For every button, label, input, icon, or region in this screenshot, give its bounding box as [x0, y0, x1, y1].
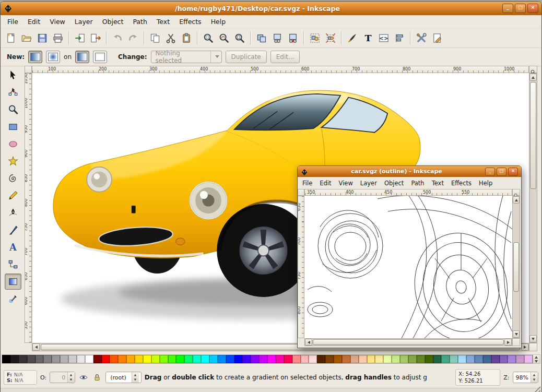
node-tool[interactable] — [5, 84, 21, 100]
menu-layer[interactable]: Layer — [357, 178, 381, 188]
palette-swatch[interactable] — [160, 355, 168, 363]
palette-swatch[interactable] — [126, 355, 135, 363]
palette-swatch[interactable] — [367, 355, 375, 363]
selector-tool[interactable] — [5, 67, 21, 83]
palette-swatch[interactable] — [77, 355, 85, 363]
palette-swatch[interactable] — [60, 355, 68, 363]
gradient-stroke-button[interactable] — [93, 51, 107, 63]
outline-canvas[interactable] — [304, 196, 512, 338]
minimize-button[interactable]: _ — [485, 168, 495, 176]
palette-swatch[interactable] — [143, 355, 151, 363]
cut-button[interactable] — [163, 30, 179, 46]
palette-swatch[interactable] — [201, 355, 209, 363]
palette-swatch[interactable] — [516, 355, 524, 363]
duplicate-button[interactable] — [254, 30, 269, 46]
palette-swatch[interactable] — [226, 355, 234, 363]
pen-tool[interactable] — [5, 205, 21, 221]
menu-view[interactable]: View — [45, 16, 70, 28]
fill-stroke-button[interactable] — [345, 30, 360, 46]
scrollbar-thumb[interactable] — [313, 339, 504, 345]
zoom-tool[interactable] — [5, 101, 21, 117]
undo-button[interactable] — [110, 30, 125, 46]
palette-swatch[interactable] — [242, 355, 251, 363]
save-button[interactable] — [34, 30, 50, 46]
vertical-scrollbar-thumb[interactable] — [530, 82, 536, 189]
menu-layer[interactable]: Layer — [70, 16, 98, 28]
opacity-spinbox[interactable]: 0 — [50, 372, 75, 383]
palette-swatch[interactable] — [466, 355, 475, 363]
scroll-up-button[interactable] — [513, 196, 520, 204]
palette-swatch[interactable] — [118, 355, 126, 363]
print-button[interactable] — [50, 30, 66, 46]
palette-swatch[interactable] — [52, 355, 60, 363]
palette-swatch[interactable] — [93, 355, 102, 363]
palette-swatch[interactable] — [392, 355, 400, 363]
child-horizontal-ruler[interactable]: 350400450500550 — [304, 189, 512, 196]
titlebar[interactable]: /home/rugby471/Desktop/car.svgz - Inksca… — [1, 2, 541, 15]
menu-edit[interactable]: Edit — [316, 178, 335, 188]
palette-swatch[interactable] — [276, 355, 284, 363]
redo-button[interactable] — [125, 30, 141, 46]
calligraphy-tool[interactable] — [5, 222, 21, 238]
palette-swatch[interactable] — [508, 355, 516, 363]
menu-text[interactable]: Text — [428, 178, 447, 188]
close-button[interactable]: × — [527, 4, 538, 13]
palette-swatch[interactable] — [441, 355, 450, 363]
vertical-ruler[interactable]: 10501000950900850800750700650600550 — [25, 73, 32, 343]
layer-lock-button[interactable] — [92, 372, 102, 383]
connector-tool[interactable] — [5, 256, 21, 272]
close-button[interactable]: × — [508, 168, 518, 176]
star-tool[interactable] — [5, 153, 21, 169]
maximize-button[interactable]: □ — [497, 168, 506, 176]
child-titlebar[interactable]: car.svgz (outline) - Inkscape _□× — [298, 166, 521, 177]
child-vertical-scrollbar[interactable] — [512, 196, 520, 338]
scroll-down-button[interactable] — [529, 335, 537, 342]
spinner-arrows[interactable] — [531, 372, 538, 383]
palette-swatch[interactable] — [475, 355, 483, 363]
palette-swatch[interactable] — [209, 355, 218, 363]
text-dialog-button[interactable]: T — [360, 30, 376, 46]
maximize-button[interactable]: □ — [515, 4, 526, 13]
palette-swatch[interactable] — [309, 355, 317, 363]
menu-object[interactable]: Object — [98, 16, 128, 28]
palette-scroll[interactable] — [533, 355, 540, 363]
scroll-down-button[interactable] — [513, 330, 520, 338]
align-button[interactable] — [392, 30, 407, 46]
spinner-arrows[interactable] — [67, 372, 75, 383]
menu-object[interactable]: Object — [381, 178, 407, 188]
palette-swatch[interactable] — [491, 355, 500, 363]
scrollbar-thumb[interactable] — [513, 242, 519, 292]
palette-swatch[interactable] — [135, 355, 143, 363]
palette-swatch[interactable] — [425, 355, 433, 363]
palette-swatch[interactable] — [102, 355, 110, 363]
palette-swatch[interactable] — [68, 355, 77, 363]
document-properties-button[interactable] — [429, 30, 445, 46]
palette-swatch[interactable] — [334, 355, 342, 363]
clone-button[interactable] — [269, 30, 285, 46]
edit-gradient-button[interactable]: Edit... — [270, 51, 300, 63]
layer-visibility-button[interactable] — [78, 372, 89, 383]
child-vertical-ruler[interactable]: 650700750800 — [298, 196, 304, 338]
scroll-right-button[interactable] — [521, 343, 528, 351]
palette-swatch[interactable] — [500, 355, 508, 363]
xml-editor-button[interactable]: <> — [376, 30, 392, 46]
menu-file[interactable]: File — [3, 16, 23, 28]
duplicate-gradient-button[interactable]: Duplicate — [226, 51, 267, 63]
palette-swatch[interactable] — [218, 355, 226, 363]
group-button[interactable] — [307, 30, 323, 46]
outline-window[interactable]: car.svgz (outline) - Inkscape _□× FileEd… — [297, 165, 522, 348]
unlink-clone-button[interactable] — [285, 30, 301, 46]
menu-help[interactable]: Help — [206, 16, 231, 28]
menu-view[interactable]: View — [335, 178, 357, 188]
palette-swatch[interactable] — [10, 355, 19, 363]
zoom-corner-icon[interactable] — [512, 189, 520, 196]
vertical-scrollbar[interactable] — [529, 73, 537, 343]
palette-swatch[interactable] — [400, 355, 408, 363]
export-button[interactable] — [88, 30, 103, 46]
palette-swatch[interactable] — [359, 355, 367, 363]
palette-swatch[interactable] — [301, 355, 309, 363]
menu-help[interactable]: Help — [475, 178, 496, 188]
menu-file[interactable]: File — [299, 178, 316, 188]
palette-swatch[interactable] — [325, 355, 334, 363]
rectangle-tool[interactable] — [5, 118, 21, 135]
